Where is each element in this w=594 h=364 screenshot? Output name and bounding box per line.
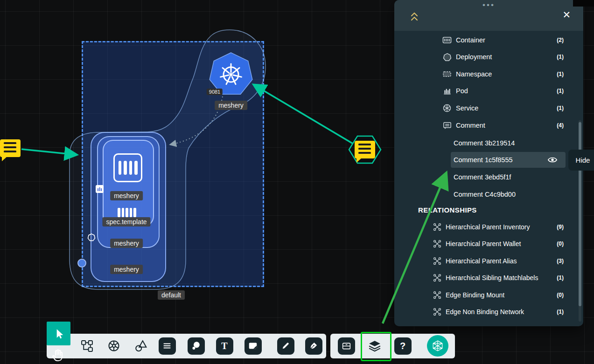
layers-tool-button[interactable]	[364, 336, 385, 356]
panel-row-pod[interactable]: Pod (1)	[394, 83, 583, 99]
comment-item-label: Comment C4c9bd00	[454, 191, 516, 198]
deployment-label: meshery	[110, 239, 143, 248]
comment-node-selected[interactable]	[355, 141, 375, 158]
kubernetes-tool-button[interactable]	[104, 336, 124, 356]
relationship-row[interactable]: Edge Non Binding Network (1)	[394, 304, 583, 320]
cursor-icon	[53, 328, 65, 340]
default-namespace-label: default	[158, 290, 185, 300]
comment-item-label: Comment 3ebd5f1f	[454, 173, 511, 181]
help-button[interactable]: ?	[392, 336, 413, 356]
pan-tool-button[interactable]	[49, 347, 66, 364]
pod-icon	[442, 86, 452, 96]
shapes-tool-button[interactable]	[131, 336, 151, 356]
relationship-icon	[433, 257, 441, 265]
hand-icon	[51, 348, 65, 362]
kubernetes-icon	[107, 339, 120, 352]
panel-row-namespace[interactable]: Namespace (1)	[394, 66, 583, 82]
panel-drag-handle[interactable]: •••	[482, 0, 495, 10]
comment-tool-icon	[159, 337, 176, 355]
container-icon	[442, 35, 452, 45]
spec-template-label: spec.template	[102, 217, 150, 227]
component-count: (1)	[557, 54, 564, 60]
component-count: (2)	[557, 37, 564, 43]
panel-row-deployment[interactable]: Deployment (1)	[394, 49, 583, 65]
media-tool-button[interactable]	[243, 336, 263, 356]
relationship-row[interactable]: Hierarchical Parent Wallet (0)	[394, 236, 583, 252]
relationship-row[interactable]: Hierarchical Parent Alias (3)	[394, 253, 583, 269]
container-node-icon[interactable]	[113, 153, 142, 182]
comment-list-item[interactable]: Comment 3b219514	[394, 135, 583, 151]
pen-tool-button[interactable]	[303, 336, 324, 356]
panel-row-service[interactable]: Service (1)	[394, 100, 583, 116]
deployment-icon	[442, 52, 452, 62]
component-label: Pod	[456, 87, 468, 95]
relationship-label: Hierarchical Sibling Matchlabels	[446, 274, 538, 282]
panel-row-container[interactable]: Container (2)	[394, 32, 583, 48]
namespace-icon	[442, 69, 452, 79]
panel-row-comment[interactable]: Comment (4)	[394, 117, 583, 133]
help-icon: ?	[400, 341, 405, 351]
relationship-label: Edge Binding Mount	[446, 291, 504, 299]
component-label: Comment	[456, 122, 485, 129]
relationship-row[interactable]: Edge Binding Mount (0)	[394, 287, 583, 303]
comment-icon	[442, 121, 452, 130]
comment-tool-button[interactable]	[157, 336, 177, 356]
component-label: Container	[456, 36, 485, 44]
eye-icon[interactable]	[545, 153, 559, 167]
pencil-tool-button[interactable]	[275, 336, 296, 356]
relationship-row[interactable]: Hierarchical Sibling Matchlabels (1)	[394, 270, 583, 286]
component-count: (4)	[557, 122, 564, 129]
top-right-box	[573, 0, 594, 7]
comment-list-item[interactable]: Comment C4c9bd00	[394, 186, 583, 202]
component-count: (1)	[557, 88, 564, 94]
relationship-count: (1)	[557, 309, 564, 315]
text-tool-icon: T	[221, 341, 227, 351]
relationship-label: Edge Non Binding Network	[446, 308, 524, 316]
relationship-count: (1)	[557, 275, 564, 281]
namespace-label: meshery	[110, 265, 143, 274]
freeform-icon	[188, 337, 205, 355]
comment-item-label: Comment 3b219514	[454, 139, 515, 147]
relationship-label: Hierarchical Parent Wallet	[446, 240, 521, 247]
drawer-tool-button[interactable]	[336, 336, 356, 356]
pod-node-icon[interactable]	[115, 206, 139, 217]
service-label: meshery	[215, 101, 247, 110]
meshery-design-canvas: 9081 meshery meshery spec.template meshe…	[0, 0, 594, 364]
relationship-count: (0)	[557, 240, 564, 247]
pencil-icon	[277, 337, 294, 355]
meshery-logo-button[interactable]	[427, 335, 448, 357]
relationship-label: Hierarchical Parent Inventory	[446, 223, 530, 231]
text-tool-button[interactable]: T	[214, 336, 235, 356]
component-label: Namespace	[456, 70, 492, 78]
hide-tooltip-label: Hide	[576, 156, 590, 164]
namespace-badge-icon	[77, 259, 86, 268]
relationship-row[interactable]: Hierarchical Parent Inventory (9)	[394, 219, 583, 235]
media-icon	[245, 337, 262, 355]
component-label: Deployment	[456, 53, 492, 61]
component-count: (1)	[557, 105, 564, 111]
pod-badge-icon	[96, 185, 104, 193]
relationship-icon	[433, 223, 441, 231]
relationship-icon	[433, 308, 441, 316]
schema-tool-button[interactable]	[77, 336, 97, 356]
close-icon[interactable]: ✕	[562, 10, 571, 20]
relationship-icon	[433, 274, 441, 282]
comment-list-item[interactable]: Comment 3ebd5f1f	[394, 169, 583, 185]
freeform-tool-button[interactable]	[186, 336, 206, 356]
collapse-icon[interactable]	[410, 12, 419, 22]
service-icon	[442, 103, 452, 113]
hide-tooltip: Hide	[568, 150, 594, 171]
container-label: meshery	[110, 191, 143, 200]
layers-icon	[368, 339, 381, 352]
relationship-count: (9)	[557, 224, 564, 230]
relationship-icon	[433, 240, 441, 248]
pen-nib-icon	[305, 337, 322, 355]
deployment-badge-icon	[87, 233, 96, 241]
comment-node-left[interactable]	[0, 139, 21, 157]
elements-panel: ••• ✕ Container (2) Deployment (1)	[394, 0, 583, 326]
relationship-icon	[433, 291, 441, 299]
relationships-header: RELATIONSHIPS	[418, 206, 477, 214]
comment-item-label: Comment 1c5f8555	[454, 156, 513, 164]
select-tool-button[interactable]	[47, 322, 70, 345]
component-count: (1)	[557, 71, 564, 77]
